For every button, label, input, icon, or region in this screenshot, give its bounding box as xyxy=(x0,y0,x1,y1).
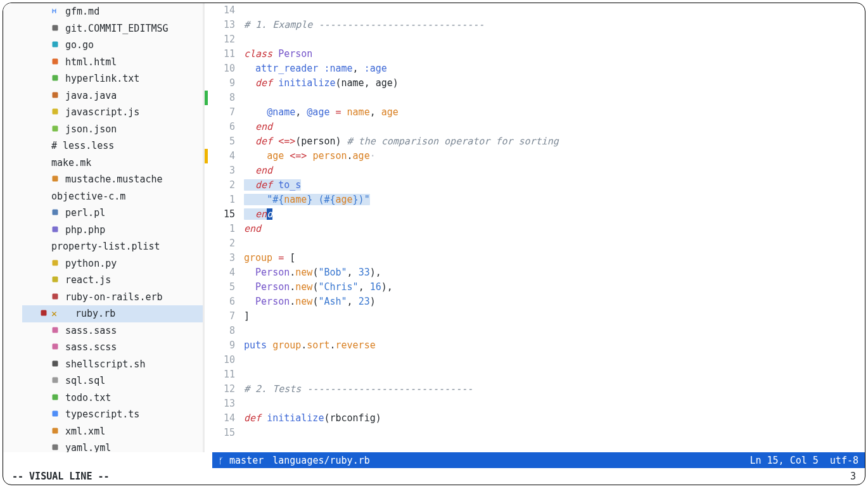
status-bar: ᚶ master languages/ruby.rb Ln 15, Col 5 … xyxy=(212,452,865,468)
vim-mode: -- VISUAL LINE -- xyxy=(12,471,110,482)
tree-item[interactable]: objective-c.m xyxy=(22,188,203,205)
tree-item[interactable]: property-list.plist xyxy=(22,238,203,255)
tree-item[interactable]: go.go xyxy=(22,37,203,54)
tree-item[interactable]: typescript.ts xyxy=(22,406,203,423)
line-number: 13 xyxy=(208,18,235,32)
file-name: objective-c.m xyxy=(51,191,125,202)
code-line[interactable]: end xyxy=(244,207,865,222)
tree-item[interactable]: java.java xyxy=(22,87,203,105)
file-icon xyxy=(51,424,60,433)
file-name: go.go xyxy=(65,39,94,51)
code-line[interactable] xyxy=(244,367,865,382)
tree-item[interactable]: make.mk xyxy=(22,155,203,172)
code-line[interactable] xyxy=(244,397,865,411)
file-icon xyxy=(51,122,60,131)
tree-item[interactable]: ✕ruby.rb xyxy=(22,305,203,322)
code-line[interactable] xyxy=(244,32,865,47)
code-line[interactable]: "#{name} (#{age})" xyxy=(244,193,865,207)
code-line[interactable]: group = [ xyxy=(244,251,865,265)
tree-item[interactable]: sass.sass xyxy=(22,322,203,340)
file-icon xyxy=(51,105,60,114)
code-line[interactable]: end xyxy=(244,222,865,236)
tree-item[interactable]: react.js xyxy=(22,272,203,289)
tree-item[interactable]: ruby-on-rails.erb xyxy=(22,289,203,306)
code-line[interactable]: class Person xyxy=(244,47,865,61)
code-line[interactable]: Person.new("Chris", 16), xyxy=(244,280,865,295)
file-name: property-list.plist xyxy=(51,241,160,252)
tree-item[interactable]: yaml.yml xyxy=(22,440,203,452)
tree-item[interactable]: sass.scss xyxy=(22,339,203,356)
code-line[interactable] xyxy=(244,426,865,440)
tree-item[interactable]: mustache.mustache xyxy=(22,171,203,188)
line-number-gutter: 1413121110987654321151234567891011121314… xyxy=(208,3,240,452)
code-line[interactable]: # 1. Example ---------------------------… xyxy=(244,18,865,32)
line-number: 14 xyxy=(208,3,235,18)
line-number: 11 xyxy=(208,367,235,382)
code-line[interactable]: age <=> person.age· xyxy=(244,149,865,163)
code-line[interactable]: Person.new("Bob", 33), xyxy=(244,265,865,280)
file-name: yaml.yml xyxy=(65,442,111,452)
code-line[interactable] xyxy=(244,91,865,105)
code-line[interactable]: def initialize(name, age) xyxy=(244,76,865,91)
code-line[interactable] xyxy=(244,236,865,251)
line-number: 15 xyxy=(208,207,235,222)
file-icon xyxy=(51,273,60,282)
tree-item[interactable]: python.py xyxy=(22,255,203,272)
line-number: 5 xyxy=(208,280,235,295)
tree-item[interactable]: xml.xml xyxy=(22,423,203,440)
tree-item[interactable]: gfm.md xyxy=(22,3,203,20)
tree-item[interactable]: git.COMMIT_EDITMSG xyxy=(22,20,203,37)
line-number: 9 xyxy=(208,76,235,91)
svg-rect-7 xyxy=(53,176,58,182)
file-name: react.js xyxy=(65,274,111,286)
file-icon xyxy=(51,172,60,181)
code-line[interactable]: puts group.sort.reverse xyxy=(244,338,865,353)
code-line[interactable]: end xyxy=(244,163,865,178)
file-icon xyxy=(51,290,60,299)
git-branch-icon: ᚶ xyxy=(219,456,224,466)
line-number: 1 xyxy=(208,222,235,236)
file-path: languages/ruby.rb xyxy=(272,455,370,466)
file-tree[interactable]: gfm.mdgit.COMMIT_EDITMSGgo.gohtml.htmlhy… xyxy=(3,3,203,452)
code-line[interactable] xyxy=(244,353,865,367)
file-name: sass.sass xyxy=(65,325,117,336)
svg-rect-19 xyxy=(53,411,58,417)
code-line[interactable]: @name, @age = name, age xyxy=(244,105,865,120)
svg-rect-12 xyxy=(53,293,58,299)
tree-item[interactable]: sql.sql xyxy=(22,372,203,390)
code-line[interactable]: Person.new("Ash", 23) xyxy=(244,295,865,309)
code-area[interactable]: # 1. Example ---------------------------… xyxy=(240,3,865,452)
file-icon xyxy=(51,206,60,215)
diff-modified-icon xyxy=(205,149,208,163)
svg-rect-4 xyxy=(53,92,58,98)
code-line[interactable]: attr_reader :name, :age xyxy=(244,61,865,76)
branch-indicator[interactable]: ᚶ master xyxy=(219,455,264,466)
svg-rect-2 xyxy=(53,58,58,64)
code-line[interactable] xyxy=(244,3,865,18)
code-line[interactable]: def to_s xyxy=(244,178,865,193)
file-icon xyxy=(51,55,60,64)
code-line[interactable]: ] xyxy=(244,309,865,324)
tree-item[interactable]: perl.pl xyxy=(22,205,203,222)
tree-item[interactable]: hyperlink.txt xyxy=(22,70,203,87)
tree-item[interactable]: todo.txt xyxy=(22,390,203,407)
tree-item[interactable]: # less.less xyxy=(22,137,203,155)
file-icon xyxy=(51,324,60,333)
file-icon xyxy=(51,38,60,47)
tree-item[interactable]: javascript.js xyxy=(22,104,203,121)
file-name: git.COMMIT_EDITMSG xyxy=(65,23,169,34)
code-line[interactable]: end xyxy=(244,120,865,134)
tree-item[interactable]: shellscript.sh xyxy=(22,356,203,373)
code-editor[interactable]: 1413121110987654321151234567891011121314… xyxy=(203,3,865,452)
svg-rect-21 xyxy=(53,445,58,450)
code-line[interactable]: # 2. Tests ----------------------------- xyxy=(244,382,865,397)
line-number: 3 xyxy=(208,163,235,178)
line-number: 12 xyxy=(208,32,235,47)
tree-item[interactable]: json.json xyxy=(22,121,203,138)
code-line[interactable]: def initialize(rbconfig) xyxy=(244,411,865,426)
code-line[interactable]: def <=>(person) # the comparison operato… xyxy=(244,134,865,149)
tree-item[interactable]: php.php xyxy=(22,222,203,239)
tree-item[interactable]: html.html xyxy=(22,54,203,71)
code-line[interactable] xyxy=(244,324,865,338)
line-number: 3 xyxy=(208,251,235,265)
